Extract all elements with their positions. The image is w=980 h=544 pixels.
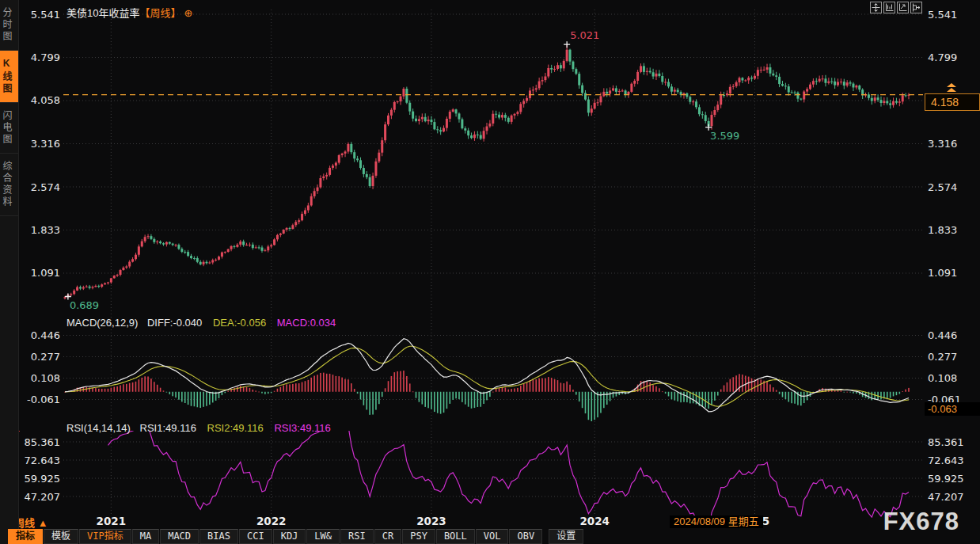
toolbar-button-kdj[interactable]: KDJ: [273, 529, 306, 544]
rsi3-value: RSI3:49.116: [274, 422, 330, 434]
y-axis-tick: 2.574: [31, 181, 60, 193]
x-axis-year-label: 2023: [416, 515, 446, 527]
macd-header: MACD(26,12,9) DIFF:-0.040 DEA:-0.056 MAC…: [66, 317, 336, 329]
y-axis-tick: -0.061: [27, 394, 60, 405]
toolbar-button-cci[interactable]: CCI: [239, 529, 272, 544]
toolbar-button-ma[interactable]: MA: [132, 529, 159, 544]
y-axis-tick: 72.643: [928, 455, 964, 466]
toolbar-button-boll[interactable]: BOLL: [436, 529, 475, 544]
toolbar-button-macd[interactable]: MACD: [160, 529, 199, 544]
y-axis-tick: 0.108: [928, 372, 957, 384]
y-axis-tick: 3.316: [928, 138, 957, 150]
y-axis-tick: 85.361: [928, 436, 964, 448]
y-axis-tick: 59.925: [928, 473, 964, 485]
macd-diff-value: DIFF:-0.040: [147, 317, 202, 329]
macd-series: [64, 339, 910, 422]
y-axis-tick: 4.799: [928, 51, 957, 63]
macd-macd-value: MACD:0.034: [277, 317, 336, 329]
axis-zoom-icon[interactable]: [897, 2, 909, 13]
macd-dea-value: DEA:-0.056: [213, 317, 266, 329]
toolbar-button-obv[interactable]: OBV: [509, 529, 542, 544]
toolbar-button-cr[interactable]: CR: [374, 529, 401, 544]
x-axis-year-label: 2024: [579, 515, 610, 527]
trading-app-window: 5.5415.5414.7994.7994.0584.0583.3163.316…: [0, 0, 980, 544]
sidebar-item-flash[interactable]: 闪电图: [0, 103, 18, 154]
y-axis-tick: 5.541: [928, 9, 957, 21]
sidebar-item-profile[interactable]: 综合资料: [0, 154, 18, 216]
annotation-label: 5.021: [570, 29, 599, 41]
toolbar-button-indicator[interactable]: 指标: [8, 529, 43, 544]
chart-type-sidebar: 分时图K线图闪电图综合资料: [0, 0, 19, 544]
y-axis-tick: 1.091: [928, 267, 957, 279]
toolbar-button-rsi[interactable]: RSI: [340, 529, 374, 544]
toolbar-button-psy[interactable]: PSY: [402, 529, 435, 544]
rsi-params: RSI(14,14,14): [66, 422, 131, 434]
y-axis-tick: 47.207: [25, 491, 61, 503]
y-axis-tick: 59.925: [25, 473, 61, 485]
y-axis-tick: 4.799: [31, 51, 60, 63]
candlestick-series: [64, 44, 910, 299]
y-axis-tick: 0.108: [31, 372, 60, 384]
rsi1-value: RSI1:49.116: [140, 422, 196, 434]
indicator-toolbar: 指标模板VIP指标MAMACDBIASCCIKDJLW&RSICRPSYBOLL…: [0, 529, 980, 544]
toolbar-button-vol[interactable]: VOL: [476, 529, 509, 544]
chart-canvas: 5.5415.5414.7994.7994.0584.0583.3163.316…: [0, 0, 980, 544]
y-axis-tick: 0.446: [31, 329, 60, 341]
last-price-tag: 4.158: [925, 93, 980, 111]
y-axis-tick: 0.277: [928, 351, 957, 363]
y-axis-tick: 0.277: [31, 351, 60, 363]
x-axis-year-label: 2022: [256, 515, 287, 527]
y-axis-tick: 47.207: [928, 491, 964, 503]
toolbar-button-lw[interactable]: LW&: [306, 529, 340, 544]
rsi-header: RSI(14,14,14) RSI1:49.116 RSI2:49.116 RS…: [66, 422, 331, 434]
y-axis-tick: 1.091: [31, 267, 60, 279]
y-axis-tick: 2.574: [928, 181, 957, 193]
macd-params: MACD(26,12,9): [66, 317, 138, 329]
crosshair-date-tag: 2024/08/09 星期五: [670, 515, 763, 528]
y-axis-tick: 0.446: [928, 329, 957, 341]
toolbar-button-bias[interactable]: BIAS: [199, 529, 238, 544]
macd-last-value-tag: -0.063: [925, 402, 980, 416]
y-axis-tick: 4.058: [31, 94, 60, 106]
instrument-name: 美债10年收益率: [66, 7, 139, 19]
toolbar-button-template[interactable]: 模板: [44, 529, 78, 544]
x-axis-year-label: 2021: [97, 515, 127, 527]
chart-tools: [870, 2, 922, 13]
y-axis-tick: 72.643: [25, 455, 61, 466]
sidebar-item-kline[interactable]: K线图: [0, 51, 18, 103]
price-marker-icon: [947, 83, 956, 93]
sidebar-item-timechart[interactable]: 分时图: [0, 0, 18, 51]
annotation-cross-icon: [564, 41, 570, 48]
annotation-label: 3.599: [710, 130, 739, 142]
rsi2-value: RSI2:49.116: [207, 422, 264, 434]
y-axis-tick: 1.833: [31, 224, 60, 236]
period-tag: 【周线】: [139, 7, 180, 19]
add-indicator-icon[interactable]: ⊕: [184, 7, 192, 19]
fit-chart-icon[interactable]: [910, 2, 922, 13]
pan-tool-icon[interactable]: [870, 2, 882, 13]
y-axis-tick: 3.316: [31, 138, 60, 150]
annotation-label: 0.689: [70, 299, 99, 311]
y-axis-tick: 1.833: [928, 224, 957, 236]
y-axis-tick: 5.541: [31, 9, 60, 21]
period-selector[interactable]: 周线 ▲: [14, 515, 48, 530]
axis-scale-icon[interactable]: [883, 2, 895, 13]
toolbar-button-vip-indicator[interactable]: VIP指标: [79, 529, 131, 544]
y-axis-tick: 85.361: [25, 436, 61, 448]
chart-title: 美债10年收益率【周线】⊕: [66, 5, 192, 20]
toolbar-button-settings[interactable]: 设置: [549, 529, 583, 544]
